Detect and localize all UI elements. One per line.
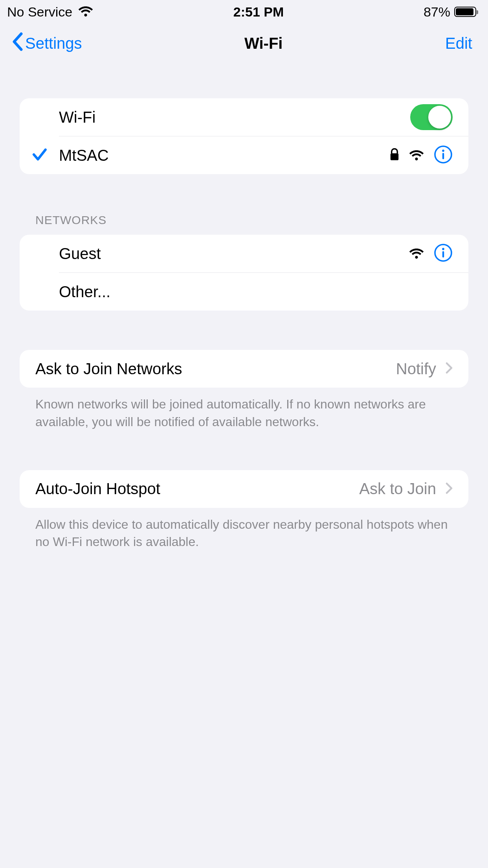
ask-join-value: Notify [396,360,436,378]
auto-join-footer: Allow this device to automatically disco… [20,508,468,551]
connected-network-name: MtSAC [59,147,390,164]
chevron-left-icon [12,32,23,55]
svg-point-5 [442,248,444,250]
svg-rect-6 [442,251,444,257]
back-button[interactable]: Settings [12,32,82,55]
back-label: Settings [25,35,82,52]
battery-pct-label: 87% [424,4,450,20]
wifi-signal-icon [409,149,424,162]
ask-join-label: Ask to Join Networks [35,360,396,378]
nav-bar: Settings Wi-Fi Edit [0,24,488,63]
page-title: Wi-Fi [244,35,283,52]
wifi-toggle[interactable] [410,104,453,130]
status-right: 87% [424,4,476,20]
wifi-signal-icon [409,247,424,260]
network-row-other[interactable]: Other... [20,273,468,311]
info-icon[interactable] [434,145,453,166]
auto-join-label: Auto-Join Hotspot [35,480,359,498]
auto-join-value: Ask to Join [359,480,436,498]
battery-icon [454,7,476,17]
info-icon[interactable] [434,243,453,264]
lock-icon [390,148,399,162]
checkmark-icon [31,146,48,164]
chevron-right-icon [446,362,453,375]
network-row-guest[interactable]: Guest [20,235,468,272]
svg-point-2 [442,150,444,152]
edit-button[interactable]: Edit [445,35,472,52]
ask-join-row[interactable]: Ask to Join Networks Notify [20,350,468,388]
connected-network-row[interactable]: MtSAC [20,136,468,174]
network-other-label: Other... [59,283,453,301]
ask-join-footer: Known networks will be joined automatica… [20,388,468,431]
wifi-status-icon [78,4,94,20]
status-bar: No Service 2:51 PM 87% [0,0,488,24]
networks-header: NETWORKS [20,213,468,235]
svg-rect-3 [442,153,444,159]
wifi-toggle-row: Wi-Fi [20,98,468,136]
status-left: No Service [7,4,94,20]
wifi-group: Wi-Fi MtSAC [20,98,468,174]
ask-join-group: Ask to Join Networks Notify [20,350,468,388]
networks-group: Guest Other... [20,235,468,311]
network-name: Guest [59,245,409,263]
wifi-toggle-label: Wi-Fi [59,108,410,126]
auto-join-row[interactable]: Auto-Join Hotspot Ask to Join [20,470,468,508]
auto-join-group: Auto-Join Hotspot Ask to Join [20,470,468,508]
svg-rect-0 [391,153,398,160]
chevron-right-icon [446,482,453,496]
status-time: 2:51 PM [233,4,284,20]
carrier-label: No Service [7,4,72,20]
